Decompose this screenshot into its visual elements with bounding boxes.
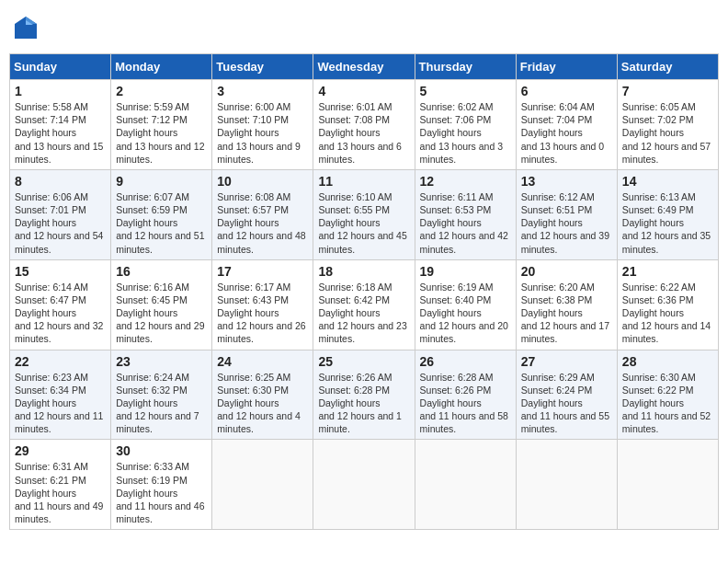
calendar-cell: 12 Sunrise: 6:11 AMSunset: 6:53 PMDaylig…	[415, 169, 516, 259]
calendar-cell: 22 Sunrise: 6:23 AMSunset: 6:34 PMDaylig…	[10, 350, 111, 440]
logo-icon	[13, 15, 39, 40]
day-info: Sunrise: 5:58 AMSunset: 7:14 PMDaylight …	[15, 101, 103, 165]
day-number: 12	[420, 174, 511, 189]
calendar-cell: 1 Sunrise: 5:58 AMSunset: 7:14 PMDayligh…	[10, 80, 111, 170]
calendar-cell: 28 Sunrise: 6:30 AMSunset: 6:22 PMDaylig…	[617, 350, 718, 440]
day-number: 9	[116, 174, 207, 189]
day-number: 1	[15, 84, 106, 98]
day-info: Sunrise: 6:07 AMSunset: 6:59 PMDaylight …	[116, 191, 204, 255]
calendar-cell: 6 Sunrise: 6:04 AMSunset: 7:04 PMDayligh…	[516, 80, 617, 170]
day-number: 7	[622, 84, 713, 98]
day-number: 26	[420, 354, 511, 369]
calendar-cell: 30 Sunrise: 6:33 AMSunset: 6:19 PMDaylig…	[111, 440, 212, 530]
calendar-cell: 26 Sunrise: 6:28 AMSunset: 6:26 PMDaylig…	[415, 350, 516, 440]
day-info: Sunrise: 6:25 AMSunset: 6:30 PMDaylight …	[217, 372, 301, 435]
day-info: Sunrise: 6:18 AMSunset: 6:42 PMDaylight …	[318, 282, 406, 345]
weekday-header-tuesday: Tuesday	[212, 54, 313, 80]
weekday-header-sunday: Sunday	[10, 54, 111, 80]
calendar-table: SundayMondayTuesdayWednesdayThursdayFrid…	[9, 53, 719, 530]
day-number: 14	[622, 174, 713, 189]
day-info: Sunrise: 6:17 AMSunset: 6:43 PMDaylight …	[217, 282, 305, 345]
day-number: 11	[318, 174, 409, 189]
day-info: Sunrise: 6:19 AMSunset: 6:40 PMDaylight …	[420, 282, 508, 345]
calendar-cell: 13 Sunrise: 6:12 AMSunset: 6:51 PMDaylig…	[516, 169, 617, 259]
calendar-week-row: 8 Sunrise: 6:06 AMSunset: 7:01 PMDayligh…	[10, 169, 719, 259]
day-info: Sunrise: 6:04 AMSunset: 7:04 PMDaylight …	[521, 101, 605, 165]
day-number: 20	[521, 264, 612, 279]
calendar-cell	[617, 440, 718, 530]
calendar-cell: 17 Sunrise: 6:17 AMSunset: 6:43 PMDaylig…	[212, 259, 313, 350]
calendar-cell	[415, 440, 516, 530]
day-info: Sunrise: 6:11 AMSunset: 6:53 PMDaylight …	[420, 191, 508, 255]
day-number: 24	[217, 354, 308, 369]
day-number: 23	[116, 354, 207, 369]
day-info: Sunrise: 6:28 AMSunset: 6:26 PMDaylight …	[420, 372, 508, 435]
day-info: Sunrise: 6:00 AMSunset: 7:10 PMDaylight …	[217, 101, 301, 165]
day-number: 30	[116, 443, 207, 458]
calendar-cell: 14 Sunrise: 6:13 AMSunset: 6:49 PMDaylig…	[617, 169, 718, 259]
day-info: Sunrise: 6:16 AMSunset: 6:45 PMDaylight …	[116, 282, 204, 345]
calendar-cell: 18 Sunrise: 6:18 AMSunset: 6:42 PMDaylig…	[313, 259, 415, 350]
day-number: 4	[318, 84, 409, 98]
calendar-cell: 25 Sunrise: 6:26 AMSunset: 6:28 PMDaylig…	[313, 350, 415, 440]
calendar-week-row: 15 Sunrise: 6:14 AMSunset: 6:47 PMDaylig…	[10, 259, 719, 350]
day-number: 3	[217, 84, 308, 98]
day-number: 8	[15, 174, 106, 189]
calendar-cell: 7 Sunrise: 6:05 AMSunset: 7:02 PMDayligh…	[617, 80, 718, 170]
day-info: Sunrise: 6:24 AMSunset: 6:32 PMDaylight …	[116, 372, 199, 435]
day-info: Sunrise: 6:10 AMSunset: 6:55 PMDaylight …	[318, 191, 406, 255]
day-info: Sunrise: 6:20 AMSunset: 6:38 PMDaylight …	[521, 282, 609, 345]
day-number: 28	[622, 354, 713, 369]
day-info: Sunrise: 6:29 AMSunset: 6:24 PMDaylight …	[521, 372, 609, 435]
weekday-header-wednesday: Wednesday	[313, 54, 415, 80]
day-info: Sunrise: 6:01 AMSunset: 7:08 PMDaylight …	[318, 101, 402, 165]
day-info: Sunrise: 6:14 AMSunset: 6:47 PMDaylight …	[15, 282, 103, 345]
calendar-cell: 8 Sunrise: 6:06 AMSunset: 7:01 PMDayligh…	[10, 169, 111, 259]
calendar-cell: 9 Sunrise: 6:07 AMSunset: 6:59 PMDayligh…	[111, 169, 212, 259]
day-info: Sunrise: 6:33 AMSunset: 6:19 PMDaylight …	[116, 461, 204, 524]
day-info: Sunrise: 6:13 AMSunset: 6:49 PMDaylight …	[622, 191, 711, 255]
logo	[13, 15, 42, 40]
calendar-cell: 21 Sunrise: 6:22 AMSunset: 6:36 PMDaylig…	[617, 259, 718, 350]
day-number: 2	[116, 84, 207, 98]
calendar-cell: 23 Sunrise: 6:24 AMSunset: 6:32 PMDaylig…	[111, 350, 212, 440]
calendar-cell: 5 Sunrise: 6:02 AMSunset: 7:06 PMDayligh…	[415, 80, 516, 170]
day-number: 10	[217, 174, 308, 189]
calendar-week-row: 22 Sunrise: 6:23 AMSunset: 6:34 PMDaylig…	[10, 350, 719, 440]
calendar-cell: 27 Sunrise: 6:29 AMSunset: 6:24 PMDaylig…	[516, 350, 617, 440]
day-info: Sunrise: 6:30 AMSunset: 6:22 PMDaylight …	[622, 372, 711, 435]
day-number: 15	[15, 264, 106, 279]
weekday-header-row: SundayMondayTuesdayWednesdayThursdayFrid…	[10, 54, 719, 80]
day-info: Sunrise: 6:23 AMSunset: 6:34 PMDaylight …	[15, 372, 103, 435]
day-info: Sunrise: 6:06 AMSunset: 7:01 PMDaylight …	[15, 191, 103, 255]
day-number: 6	[521, 84, 612, 98]
day-info: Sunrise: 6:22 AMSunset: 6:36 PMDaylight …	[622, 282, 711, 345]
day-number: 17	[217, 264, 308, 279]
day-number: 22	[15, 354, 106, 369]
calendar-cell: 2 Sunrise: 5:59 AMSunset: 7:12 PMDayligh…	[111, 80, 212, 170]
calendar-cell: 3 Sunrise: 6:00 AMSunset: 7:10 PMDayligh…	[212, 80, 313, 170]
calendar-cell: 10 Sunrise: 6:08 AMSunset: 6:57 PMDaylig…	[212, 169, 313, 259]
day-number: 13	[521, 174, 612, 189]
day-info: Sunrise: 6:12 AMSunset: 6:51 PMDaylight …	[521, 191, 609, 255]
day-number: 25	[318, 354, 409, 369]
calendar-cell	[313, 440, 415, 530]
day-number: 19	[420, 264, 511, 279]
calendar-week-row: 1 Sunrise: 5:58 AMSunset: 7:14 PMDayligh…	[10, 80, 719, 170]
day-info: Sunrise: 6:05 AMSunset: 7:02 PMDaylight …	[622, 101, 711, 165]
weekday-header-monday: Monday	[111, 54, 212, 80]
page-header	[9, 9, 719, 46]
day-info: Sunrise: 6:08 AMSunset: 6:57 PMDaylight …	[217, 191, 305, 255]
calendar-cell	[212, 440, 313, 530]
day-number: 18	[318, 264, 409, 279]
calendar-cell	[516, 440, 617, 530]
calendar-cell: 19 Sunrise: 6:19 AMSunset: 6:40 PMDaylig…	[415, 259, 516, 350]
day-number: 16	[116, 264, 207, 279]
day-info: Sunrise: 5:59 AMSunset: 7:12 PMDaylight …	[116, 101, 204, 165]
calendar-cell: 24 Sunrise: 6:25 AMSunset: 6:30 PMDaylig…	[212, 350, 313, 440]
calendar-cell: 4 Sunrise: 6:01 AMSunset: 7:08 PMDayligh…	[313, 80, 415, 170]
calendar-week-row: 29 Sunrise: 6:31 AMSunset: 6:21 PMDaylig…	[10, 440, 719, 530]
calendar-cell: 20 Sunrise: 6:20 AMSunset: 6:38 PMDaylig…	[516, 259, 617, 350]
day-info: Sunrise: 6:31 AMSunset: 6:21 PMDaylight …	[15, 461, 103, 524]
weekday-header-friday: Friday	[516, 54, 617, 80]
